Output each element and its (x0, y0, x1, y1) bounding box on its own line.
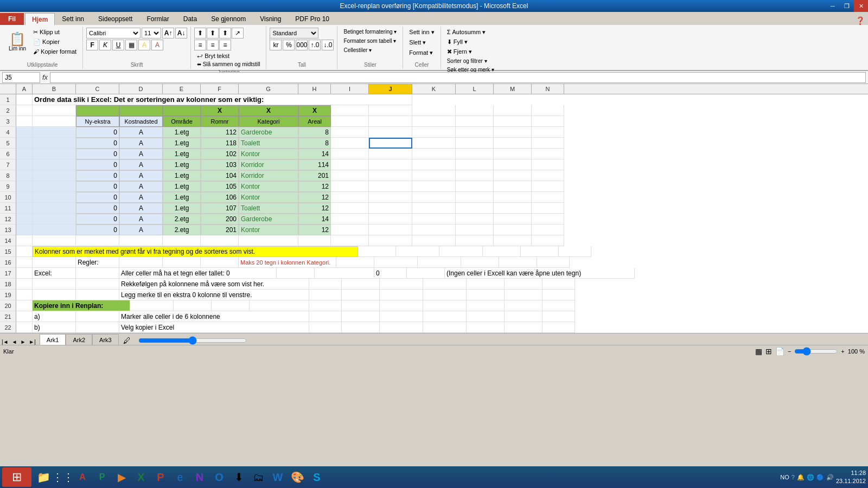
cell-l3[interactable] (456, 116, 494, 127)
row-header-13[interactable]: 13 (0, 224, 16, 235)
cell-g13[interactable]: Kontor (239, 224, 298, 235)
font-size-select[interactable]: 11 (142, 28, 161, 38)
cell-g8[interactable]: Korridor (239, 170, 298, 181)
row-header-17[interactable]: 17 (0, 268, 16, 279)
cell-n8[interactable] (532, 170, 564, 181)
tab-formlar[interactable]: Formlar (139, 13, 176, 25)
cell-c3[interactable]: Ny-ekstra (76, 116, 119, 127)
cell-c2[interactable] (76, 105, 119, 116)
cell-l2[interactable] (456, 105, 494, 116)
cell-f10[interactable]: 106 (201, 192, 239, 203)
tab-next-button[interactable]: ► (18, 339, 27, 345)
cell-j15[interactable] (396, 246, 439, 257)
merge-center-button[interactable]: ⬌ Slå sammen og midtstill (194, 60, 263, 68)
cell-a3[interactable] (16, 116, 33, 127)
cell-d21[interactable]: Marker alle celler i de 6 kolonnene (119, 311, 309, 322)
cell-c4[interactable]: 0 (76, 127, 119, 138)
cell-b5[interactable] (33, 138, 76, 149)
cell-k8[interactable] (412, 170, 456, 181)
cell-n10[interactable] (532, 192, 564, 203)
cell-i20[interactable] (342, 300, 380, 311)
col-header-d[interactable]: D (119, 84, 163, 94)
row-header-7[interactable]: 7 (0, 159, 16, 170)
cell-f13[interactable]: 201 (201, 224, 239, 235)
cell-l5[interactable] (456, 138, 494, 149)
cell-e20[interactable] (174, 300, 212, 311)
view-normal-button[interactable]: ▦ (755, 347, 762, 356)
cell-h4[interactable]: 8 (298, 127, 331, 138)
cell-g17[interactable] (315, 268, 374, 279)
align-right-top-button[interactable]: ⬆ (219, 28, 231, 38)
cell-b8[interactable] (33, 170, 76, 181)
cell-k4[interactable] (412, 127, 456, 138)
cell-n6[interactable] (532, 149, 564, 159)
row-header-20[interactable]: 20 (0, 300, 16, 311)
cell-k14[interactable] (412, 235, 456, 246)
tab-hjem[interactable]: Hjem (25, 13, 55, 25)
sort-filter-button[interactable]: Sorter og filtrer ▾ (444, 57, 490, 65)
cell-a21[interactable] (16, 311, 33, 322)
cell-k2[interactable] (412, 105, 456, 116)
cell-g2[interactable]: X (239, 105, 298, 116)
cell-e12[interactable]: 2.etg (163, 214, 201, 224)
cell-j21[interactable] (380, 311, 423, 322)
cell-e6[interactable]: 1.etg (163, 149, 201, 159)
cell-j22[interactable] (380, 322, 423, 333)
cell-d19[interactable]: Legg merke til en ekstra 0 kolonne til v… (119, 290, 309, 300)
row-header-14[interactable]: 14 (0, 235, 16, 246)
cell-e5[interactable]: 1.etg (163, 138, 201, 149)
cell-k21[interactable] (423, 311, 467, 322)
cell-l11[interactable] (456, 203, 494, 214)
taskbar-icon-onenote[interactable]: N (190, 468, 209, 486)
cell-i11[interactable] (331, 203, 369, 214)
cell-j17[interactable]: (Ingen celler i Excell kan være åpne ute… (445, 268, 635, 279)
cell-a10[interactable] (16, 192, 33, 203)
close-button[interactable]: ✕ (854, 0, 868, 12)
row-header-18[interactable]: 18 (0, 279, 16, 290)
cell-j7[interactable] (369, 159, 412, 170)
cell-h18[interactable] (309, 279, 342, 290)
cell-g14[interactable] (239, 235, 298, 246)
cell-n20[interactable] (542, 300, 575, 311)
cell-b22[interactable]: b) (33, 322, 76, 333)
format-cells-button[interactable]: Format ▾ (406, 48, 436, 57)
cell-m5[interactable] (494, 138, 532, 149)
cell-c22[interactable] (76, 322, 119, 333)
col-header-l[interactable]: L (456, 84, 494, 94)
cell-e2[interactable] (163, 105, 201, 116)
fill-color-button[interactable]: A (138, 40, 150, 50)
cell-i4[interactable] (331, 127, 369, 138)
col-header-a[interactable]: A (16, 84, 33, 94)
cell-n16[interactable] (537, 257, 570, 268)
col-header-g[interactable]: G (239, 84, 298, 94)
col-header-n[interactable]: N (532, 84, 564, 94)
cell-styles-button[interactable]: Cellestiler ▾ (341, 46, 374, 54)
taskbar-icon-publisher[interactable]: P (93, 468, 111, 486)
font-shrink-button[interactable]: A↓ (175, 28, 187, 38)
cell-j12[interactable] (369, 214, 412, 224)
cell-l4[interactable] (456, 127, 494, 138)
cell-l15[interactable] (483, 246, 521, 257)
cell-f20[interactable] (212, 300, 250, 311)
cell-k15[interactable] (439, 246, 483, 257)
cell-g12[interactable]: Garderobe (239, 214, 298, 224)
cell-b12[interactable] (33, 214, 76, 224)
cell-i17[interactable] (407, 268, 445, 279)
cell-e11[interactable]: 1.etg (163, 203, 201, 214)
cell-f5[interactable]: 118 (201, 138, 239, 149)
cell-n15[interactable] (559, 246, 591, 257)
cell-m16[interactable] (499, 257, 537, 268)
cell-f9[interactable]: 105 (201, 181, 239, 192)
cell-l9[interactable] (456, 181, 494, 192)
help-button[interactable]: ❓ (856, 16, 865, 25)
cell-c7[interactable]: 0 (76, 159, 119, 170)
cell-c19[interactable] (76, 290, 119, 300)
cell-j6[interactable] (369, 149, 412, 159)
cell-m3[interactable] (494, 116, 532, 127)
cell-a8[interactable] (16, 170, 33, 181)
cell-n14[interactable] (532, 235, 564, 246)
cell-l22[interactable] (467, 322, 505, 333)
cell-k7[interactable] (412, 159, 456, 170)
cell-e8[interactable]: 1.etg (163, 170, 201, 181)
cell-g20[interactable] (250, 300, 309, 311)
